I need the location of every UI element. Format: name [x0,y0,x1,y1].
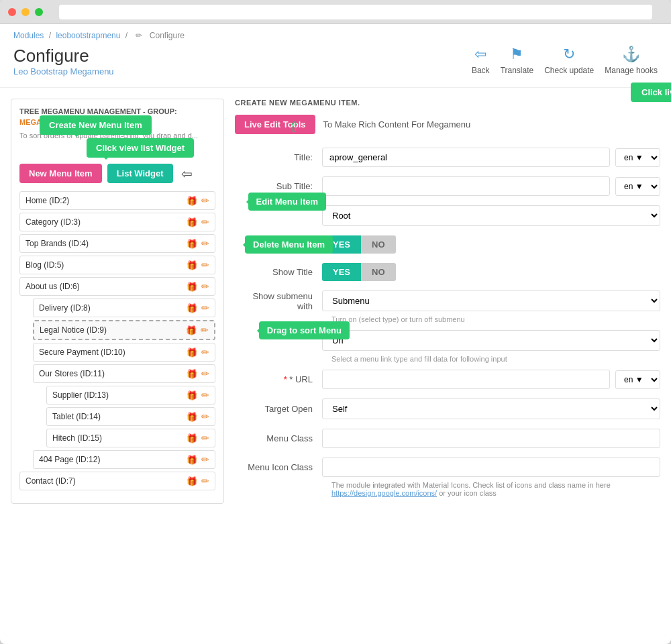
edit-icon[interactable]: ✏ [201,433,209,443]
list-widget-button[interactable]: List Widget [107,164,173,183]
back-label: Back [472,66,490,75]
widget-icon[interactable]: 🎁 [187,455,197,465]
right-panel: CREATE NEW MEGAMENU ITEM. Live Edit Tool… [235,99,660,504]
menu-item-icons: 🎁✏ [187,217,209,227]
panel-title: TREE MEGAMENU MANAGEMENT - GROUP: [19,107,215,115]
breadcrumb-module-name[interactable]: leobootstrapmenu [56,31,120,40]
title-label: Title: [235,152,322,162]
parent-select[interactable]: Root [322,205,660,226]
widget-icon[interactable]: 🎁 [187,369,197,379]
minimize-btn[interactable] [21,8,30,16]
menu-icon-input[interactable] [322,458,660,477]
widget-icon[interactable]: 🎁 [187,239,197,249]
edit-icon[interactable]: ✏ [201,347,209,358]
menu-item-icons: 🎁✏ [187,411,209,422]
show-submenu-select[interactable]: Submenu [322,290,660,311]
widget-icon[interactable]: 🎁 [187,303,197,313]
show-title-yes[interactable]: YES [322,263,361,281]
widget-icon[interactable]: 🎁 [187,217,197,227]
live-edit-arrow: ⇧ [289,119,300,135]
widget-icon[interactable]: 🎁 [187,347,197,358]
icon-link[interactable]: https://design.google.com/icons/ [331,489,437,497]
edit-icon[interactable]: ✏ [201,260,209,270]
url-field-group: * URL en ▼ [235,370,660,389]
list-item[interactable]: Delivery (ID:8)🎁✏ [33,299,215,317]
icon-info: The module integrated with Material Icon… [331,481,660,497]
url-lang-select[interactable]: en ▼ [615,370,660,389]
menu-item-label: About us (ID:6) [25,282,80,291]
translate-icon: ⚑ [510,46,523,63]
left-panel: TREE MEGAMENU MANAGEMENT - GROUP: MEGAME… [11,99,224,504]
title-input[interactable] [322,148,610,167]
menu-item-icons: 🎁✏ [186,325,209,335]
delete-tooltip-wrapper: Top Brands (ID:4)🎁✏Delete Menu Item [19,234,215,253]
edit-icon[interactable]: ✏ [201,325,209,335]
list-item[interactable]: Hitech (ID:15)🎁✏ [46,429,215,447]
new-menu-item-button[interactable]: New Menu Item [19,164,102,183]
show-title-no[interactable]: NO [361,263,396,281]
maximize-btn[interactable] [35,8,43,16]
edit-icon[interactable]: ✏ [201,411,209,422]
url-bar[interactable] [59,5,652,19]
close-btn[interactable] [8,8,16,16]
check-update-label: Check update [544,66,594,75]
edit-icon[interactable]: ✏ [201,195,209,206]
edit-icon[interactable]: ✏ [201,454,209,465]
edit-icon[interactable]: ✏ [201,368,209,379]
widget-icon[interactable]: 🎁 [187,390,197,400]
edit-icon[interactable]: ✏ [201,390,209,400]
menu-item-icons: 🎁✏ [187,238,209,249]
menu-item-icons: 🎁✏ [187,390,209,400]
breadcrumb-modules[interactable]: Modules [13,31,44,40]
page-subtitle: Leo Bootstrap Megamenu [13,66,114,76]
widget-icon[interactable]: 🎁 [187,196,197,206]
widget-icon[interactable]: 🎁 [187,476,197,486]
title-lang-select[interactable]: en ▼ [615,148,660,167]
menu-item-icons: 🎁✏ [187,303,209,313]
menu-item-label: Delivery (ID:8) [39,303,91,313]
list-item[interactable]: Contact (ID:7)🎁✏ [19,472,215,490]
edit-icon[interactable]: ✏ [201,281,209,292]
menu-class-input[interactable] [322,429,660,448]
widget-icon[interactable]: 🎁 [187,282,197,292]
list-item[interactable]: Supplier (ID:13)🎁✏ [46,386,215,405]
subtitle-input[interactable] [322,176,610,196]
edit-icon[interactable]: ✏ [201,303,209,313]
widget-icon[interactable]: 🎁 [187,412,197,422]
list-item[interactable]: 404 Page (ID:12)🎁✏ [33,450,215,469]
list-item[interactable]: Legal Notice (ID:9)🎁✏ [33,320,215,340]
title-field-group: Title: en ▼ [235,148,660,167]
edit-icon[interactable]: ✏ [201,476,209,486]
list-item[interactable]: Top Brands (ID:4)🎁✏ [19,234,215,253]
arrow-left-icon: ⇦ [181,166,193,182]
widget-icon[interactable]: 🎁 [186,325,197,335]
list-item[interactable]: Home (ID:2)🎁✏ [19,191,215,210]
link-type-select[interactable]: Url [322,330,660,351]
list-item[interactable]: Blog (ID:5)🎁✏ [19,256,215,274]
check-update-button[interactable]: ↻ Check update [544,46,594,75]
target-select[interactable]: Self [322,398,660,419]
list-item[interactable]: Category (ID:3)🎁✏ [19,213,215,231]
menu-item-icons: 🎁✏ [187,281,209,292]
translate-button[interactable]: ⚑ Translate [501,46,534,75]
list-item[interactable]: Tablet (ID:14)🎁✏ [46,407,215,426]
link-type-help: Select a menu link type and fill data fo… [331,355,660,363]
menu-item-label: Legal Notice (ID:9) [40,325,107,335]
edit-icon[interactable]: ✏ [201,217,209,227]
list-item[interactable]: Our Stores (ID:11)🎁✏ [33,364,215,383]
list-item[interactable]: About us (ID:6)🎁✏ [19,277,215,296]
list-item[interactable]: Secure Payment (ID:10)🎁✏ [33,343,215,362]
widget-icon[interactable]: 🎁 [187,260,197,270]
live-edit-button[interactable]: Live Edit Tools [235,115,315,134]
subtitle-lang-select[interactable]: en ▼ [615,177,660,196]
url-input[interactable] [322,370,610,389]
back-button[interactable]: ⇦ Back [472,46,490,75]
edit-icon[interactable]: ✏ [201,238,209,249]
breadcrumb: Modules / leobootstrapmenu / ✏ Configure [0,24,671,43]
live-edit-tooltip: Click live edit tools [631,83,671,102]
show-title-label: Show Title [235,267,322,277]
delete-menu-tooltip: Delete Menu Item [245,235,333,254]
manage-hooks-button[interactable]: ⚓ Manage hooks [605,46,658,75]
is-active-no[interactable]: NO [361,235,396,254]
widget-icon[interactable]: 🎁 [187,433,197,443]
